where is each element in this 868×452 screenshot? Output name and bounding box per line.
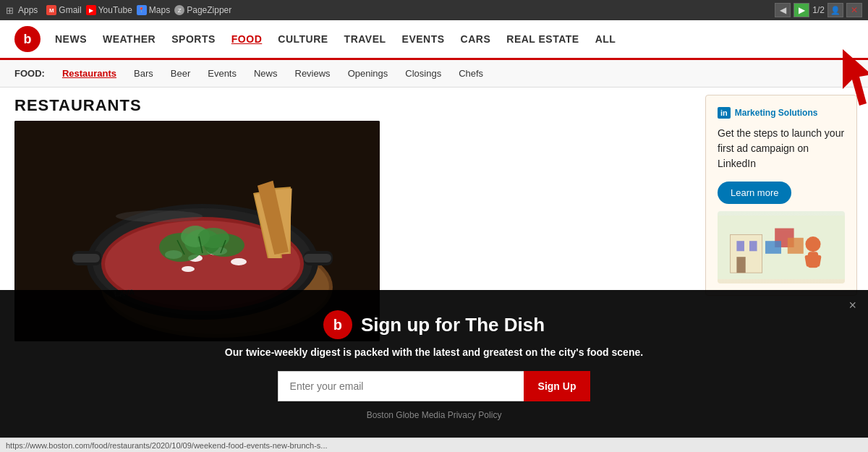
subnav-label: FOOD: [14,68,45,79]
svg-rect-35 [749,241,757,251]
forward-arrow[interactable]: ▶ [793,3,809,17]
overlay-close-button[interactable]: × [848,299,856,312]
svg-point-31 [116,210,203,222]
nav-sports[interactable]: SPORTS [171,33,216,45]
email-signup-overlay: × b Sign up for The Dish Our twice-weekl… [0,290,868,438]
subnav-events[interactable]: Events [199,60,245,88]
learn-more-button[interactable]: Learn more [718,182,791,204]
linkedin-tagline: Marketing Solutions [735,108,818,118]
svg-point-37 [805,236,820,252]
ad-illustration [718,211,845,283]
svg-rect-42 [788,238,804,254]
nav-culture[interactable]: CULTURE [278,33,328,45]
svg-point-21 [197,228,229,248]
nav-travel[interactable]: TRAVEL [344,33,386,45]
svg-marker-0 [843,49,868,106]
overlay-subtitle: Our twice-weekly digest is packed with t… [14,346,854,358]
maps-app-item[interactable]: 📍 Maps [137,5,170,15]
back-arrow[interactable]: ◀ [775,3,791,17]
close-nav-icon[interactable]: ✕ [846,3,862,17]
privacy-policy-text[interactable]: Boston Globe Media Privacy Policy [14,410,854,420]
subnav-news[interactable]: News [245,60,286,88]
subnav-restaurants[interactable]: Restaurants [54,60,125,88]
subnav-closings[interactable]: Closings [396,60,450,88]
subnav-reviews[interactable]: Reviews [286,60,339,88]
svg-rect-34 [736,241,744,251]
overlay-header: b Sign up for The Dish [14,310,854,339]
subnav-chefs[interactable]: Chefs [450,60,492,88]
subnav-bars[interactable]: Bars [125,60,162,88]
gmail-label: Gmail [59,5,81,15]
apps-grid-icon[interactable]: ⊞ [6,5,14,16]
browser-toolbar: ⊞ Apps M Gmail ▶ YouTube 📍 Maps Z PageZi… [0,0,868,20]
status-bar: https://www.boston.com/food/restaurants/… [0,438,868,452]
linkedin-logo: in [718,107,731,119]
user-icon[interactable]: 👤 [827,3,843,17]
signup-button[interactable]: Sign Up [524,371,591,401]
email-input[interactable] [278,371,524,401]
main-nav: NEWS WEATHER SPORTS FOOD CULTURE TRAVEL … [55,33,616,45]
nav-all[interactable]: ALL [595,33,616,45]
page-title: RESTAURANTS [0,88,694,121]
site-logo[interactable]: b [14,26,41,52]
pagezipper-icon: Z [174,5,184,15]
pagezipper-app-item[interactable]: Z PageZipper [174,5,231,15]
nav-real-estate[interactable]: REAL ESTATE [506,33,579,45]
maps-icon: 📍 [137,5,147,15]
page-count: 1/2 [812,5,825,15]
svg-rect-9 [304,254,331,263]
svg-rect-43 [765,241,781,254]
status-url: https://www.boston.com/food/restaurants/… [6,441,328,450]
page-content: b NEWS WEATHER SPORTS FOOD CULTURE TRAVE… [0,20,868,452]
svg-point-16 [182,266,195,272]
youtube-app-item[interactable]: ▶ YouTube [86,5,132,15]
pagezipper-label: PageZipper [187,5,231,15]
maps-label: Maps [149,5,170,15]
nav-events[interactable]: EVENTS [402,33,445,45]
linkedin-ad: in Marketing Solutions Get the steps to … [705,95,857,296]
subnav-items: Restaurants Bars Beer Events News Review… [54,60,492,88]
subnav-beer[interactable]: Beer [162,60,199,88]
nav-weather[interactable]: WEATHER [103,33,156,45]
youtube-label: YouTube [98,5,132,15]
overlay-title: Sign up for The Dish [361,314,545,336]
nav-cars[interactable]: CARS [461,33,491,45]
svg-point-15 [231,258,247,265]
youtube-icon: ▶ [86,5,96,15]
overlay-logo: b [323,310,352,339]
svg-rect-7 [72,254,100,263]
overlay-form: Sign Up [14,371,854,401]
nav-food[interactable]: FOOD [231,33,262,45]
gmail-icon: M [46,5,56,15]
toolbar-right: ◀ ▶ 1/2 👤 ✕ [775,3,862,17]
nav-news[interactable]: NEWS [55,33,87,45]
apps-label[interactable]: Apps [18,5,38,15]
gmail-app-item[interactable]: M Gmail [46,5,81,15]
sub-nav: FOOD: Restaurants Bars Beer Events News … [0,60,868,88]
linkedin-ad-text: Get the steps to launch your first ad ca… [718,126,845,171]
site-header: b NEWS WEATHER SPORTS FOOD CULTURE TRAVE… [0,20,868,60]
toolbar-apps-group: ⊞ Apps M Gmail ▶ YouTube 📍 Maps Z PageZi… [6,5,231,16]
svg-rect-33 [731,234,762,273]
subnav-openings[interactable]: Openings [339,60,397,88]
svg-rect-36 [736,257,745,273]
linkedin-ad-header: in Marketing Solutions [718,107,845,119]
